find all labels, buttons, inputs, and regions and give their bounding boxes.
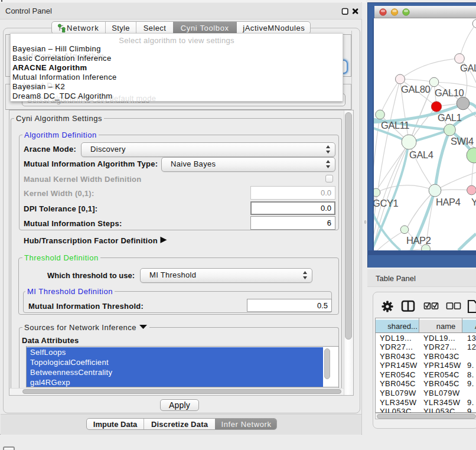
svg-text:HAP2: HAP2 xyxy=(406,235,431,246)
svg-text:HAP4: HAP4 xyxy=(436,197,461,207)
svg-text:GAL1: GAL1 xyxy=(438,112,462,123)
svg-text:GAL11: GAL11 xyxy=(381,120,409,131)
svg-text:GCY1: GCY1 xyxy=(374,198,399,208)
svg-text:Y: Y xyxy=(471,197,476,207)
svg-text:GAL80: GAL80 xyxy=(401,84,431,94)
svg-text:GAL: GAL xyxy=(460,63,476,73)
svg-text:GAL10: GAL10 xyxy=(435,87,464,98)
svg-text:GAL4: GAL4 xyxy=(409,149,433,160)
svg-text:SWI4: SWI4 xyxy=(451,136,474,146)
